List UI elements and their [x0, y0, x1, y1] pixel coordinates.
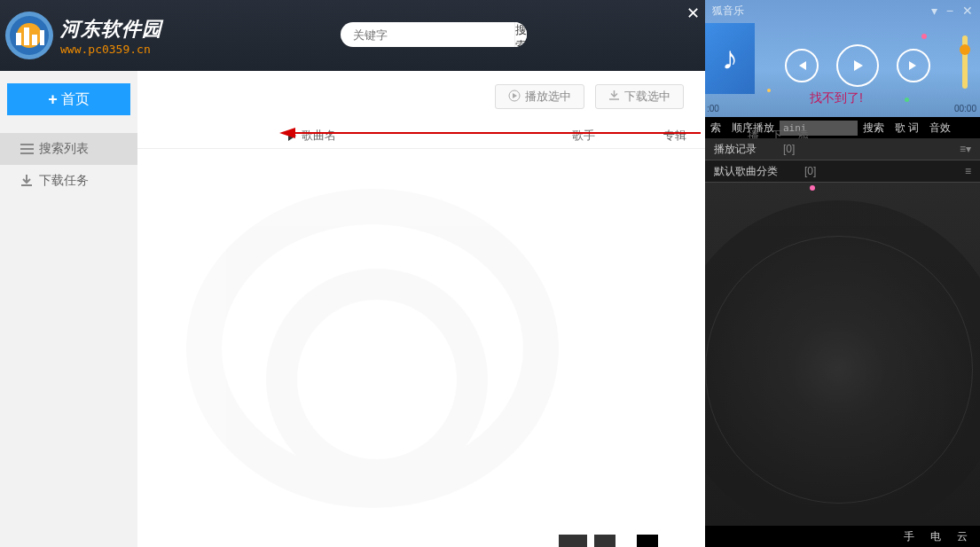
logo-title: 河东软件园: [60, 16, 162, 43]
next-button[interactable]: [897, 49, 930, 82]
background-swirl: [186, 189, 559, 508]
music-note-icon: ♪: [722, 40, 738, 77]
download-selected-button[interactable]: 下载选中: [595, 84, 684, 109]
dropdown-icon[interactable]: ▾: [931, 4, 937, 18]
playlist-default-header[interactable]: 默认歌曲分类 [0] ≡: [705, 160, 980, 183]
bottom-cloud[interactable]: 云: [957, 529, 968, 544]
player-top: 狐音乐 ▾ − ✕ ♪: [705, 0, 980, 117]
menu-effects[interactable]: 音效: [924, 121, 956, 136]
time-current: :00: [707, 104, 719, 113]
toolbar: 播放选中 下载选中: [137, 71, 705, 122]
status-text: 找不到了!: [810, 90, 863, 106]
sidebar-item-search-list[interactable]: 搜索列表: [0, 133, 137, 165]
list-icon: [20, 142, 34, 156]
decoration-dot: [810, 185, 815, 191]
decoration-dot: [767, 89, 771, 92]
window-controls: ▾ − ✕: [931, 4, 973, 18]
th-album[interactable]: 专辑: [663, 128, 686, 144]
search-bar: 搜索: [341, 22, 527, 47]
download-icon: [20, 174, 34, 188]
svg-rect-5: [40, 30, 44, 45]
download-label: 下载任务: [39, 173, 89, 189]
player-panel: 狐音乐 ▾ − ✕ ♪: [705, 0, 980, 547]
search-list-label: 搜索列表: [39, 141, 89, 157]
default-label: 默认歌曲分类: [714, 164, 778, 179]
home-label: 首页: [61, 90, 90, 109]
logo-url: www.pc0359.cn: [60, 43, 162, 56]
close-icon[interactable]: ✕: [962, 4, 973, 18]
menu-bar: 索 顺序播放 搜索 歌 词 音效: [705, 117, 980, 138]
logo: 河东软件园 www.pc0359.cn: [0, 8, 168, 63]
main-panel: 河东软件园 www.pc0359.cn 搜索 ✕ + 首页 搜索列表: [0, 0, 705, 547]
download-icon: [608, 90, 620, 104]
close-icon[interactable]: ✕: [686, 4, 700, 23]
playback-controls: [785, 44, 930, 87]
play-circle-icon: [508, 90, 521, 105]
sidebar-item-download[interactable]: 下载任务: [0, 165, 137, 197]
volume-knob[interactable]: [960, 44, 970, 55]
svg-rect-4: [32, 35, 37, 45]
playlist-history-header[interactable]: 播放记录 [0] ≡▾: [705, 138, 980, 160]
body: + 首页 搜索列表 下载任务: [0, 71, 705, 547]
download-selected-label: 下载选中: [624, 89, 670, 105]
bottom-hand[interactable]: 手: [904, 529, 914, 544]
bottom-strip: [559, 535, 701, 547]
play-triangle-icon: [288, 130, 296, 141]
logo-text: 河东软件园 www.pc0359.cn: [60, 16, 162, 56]
decoration-dot: [921, 34, 927, 39]
player-title: 狐音乐: [712, 4, 744, 19]
volume-slider[interactable]: [962, 35, 968, 89]
prev-button[interactable]: [785, 49, 819, 82]
playlist-body: [705, 183, 980, 526]
svg-rect-7: [20, 148, 34, 150]
disc-background: [705, 200, 980, 526]
sidebar: + 首页 搜索列表 下载任务: [0, 71, 137, 547]
list-menu-icon[interactable]: ≡▾: [960, 143, 971, 155]
history-count: [0]: [783, 143, 795, 155]
play-selected-button[interactable]: 播放选中: [495, 84, 584, 109]
table-body: [137, 149, 705, 547]
player-titlebar: 狐音乐 ▾ − ✕: [705, 0, 980, 21]
plus-icon: +: [48, 90, 58, 109]
play-selected-label: 播放选中: [525, 89, 571, 105]
table-header: 歌曲名 歌手 专辑 播 下 添: [137, 122, 705, 149]
list-menu-icon[interactable]: ≡: [965, 165, 971, 177]
history-label: 播放记录: [714, 142, 757, 157]
svg-rect-6: [20, 144, 34, 145]
svg-rect-8: [20, 152, 34, 154]
bottom-power[interactable]: 电: [930, 529, 941, 544]
th-song[interactable]: 歌曲名: [288, 128, 336, 144]
home-button[interactable]: + 首页: [7, 83, 130, 115]
menu-lyrics[interactable]: 歌 词: [890, 121, 924, 136]
search-input[interactable]: [341, 22, 514, 47]
minimize-icon[interactable]: −: [946, 4, 953, 18]
menu-search-btn[interactable]: 搜索: [858, 121, 890, 136]
th-artist[interactable]: 歌手: [572, 128, 595, 144]
default-count: [0]: [804, 165, 816, 177]
search-button[interactable]: 搜索: [514, 22, 527, 47]
content: 播放选中 下载选中 歌曲名 歌手 专辑 播 下 添: [137, 71, 705, 547]
th-song-label: 歌曲名: [302, 128, 336, 144]
logo-icon: [5, 12, 53, 59]
time-total: 00:00: [954, 104, 976, 113]
bottom-bar: 手 电 云: [705, 526, 980, 547]
header: 河东软件园 www.pc0359.cn 搜索 ✕: [0, 0, 705, 71]
svg-rect-2: [16, 33, 21, 45]
play-button[interactable]: [836, 44, 879, 87]
album-art: ♪: [705, 23, 755, 94]
menu-search-suffix[interactable]: 索: [705, 121, 726, 136]
svg-rect-3: [24, 27, 29, 45]
menu-search-input[interactable]: [780, 121, 858, 136]
decoration-dot: [905, 98, 909, 102]
